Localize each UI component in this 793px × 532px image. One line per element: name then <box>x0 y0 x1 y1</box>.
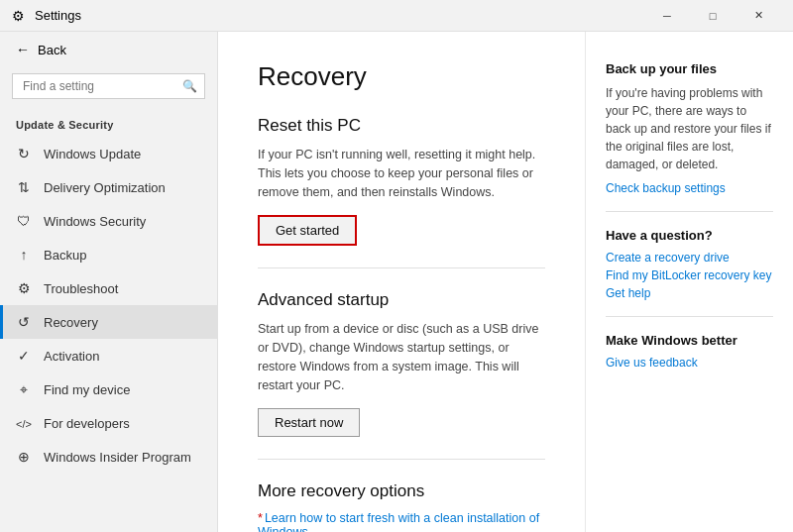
sidebar-back-label: Back <box>38 43 66 57</box>
divider-1 <box>258 267 545 268</box>
check-backup-settings-link[interactable]: Check backup settings <box>606 181 773 195</box>
sidebar: ← Back 🔍 Update & Security ↻ Windows Upd… <box>0 32 218 532</box>
sidebar-item-recovery[interactable]: ↺ Recovery <box>0 305 217 339</box>
main-content: Recovery Reset this PC If your PC isn't … <box>218 32 585 532</box>
sidebar-item-label: Find my device <box>44 382 130 397</box>
sidebar-item-label: Backup <box>44 248 86 263</box>
minimize-button[interactable]: ─ <box>644 0 690 32</box>
back-arrow-icon: ← <box>16 42 30 57</box>
sidebar-item-label: Windows Insider Program <box>44 450 191 465</box>
sidebar-item-label: Activation <box>44 349 99 364</box>
sidebar-section-label: Update & Security <box>0 111 217 137</box>
right-divider-2 <box>606 316 773 317</box>
windows-security-icon: 🛡 <box>16 213 32 229</box>
title-bar-controls: ─ □ ✕ <box>644 0 781 32</box>
sidebar-item-activation[interactable]: ✓ Activation <box>0 339 217 372</box>
right-panel: Back up your files If you're having prob… <box>585 32 793 532</box>
for-developers-icon: </> <box>16 418 32 430</box>
settings-icon: ⚙ <box>12 8 25 24</box>
search-icon: 🔍 <box>182 79 197 93</box>
find-my-device-icon: ⌖ <box>16 381 32 398</box>
page-title: Recovery <box>258 61 545 92</box>
sidebar-item-label: For developers <box>44 416 130 431</box>
sidebar-item-windows-insider[interactable]: ⊕ Windows Insider Program <box>0 440 217 474</box>
create-recovery-drive-link[interactable]: Create a recovery drive <box>606 251 773 265</box>
app-container: ← Back 🔍 Update & Security ↻ Windows Upd… <box>0 32 793 532</box>
learn-link[interactable]: Learn how to start fresh with a clean in… <box>258 511 539 532</box>
sidebar-search-container: 🔍 <box>12 73 205 99</box>
sidebar-item-troubleshoot[interactable]: ⚙ Troubleshoot <box>0 271 217 305</box>
get-help-link[interactable]: Get help <box>606 286 773 300</box>
sidebar-back-nav[interactable]: ← Back <box>0 32 217 67</box>
backup-title: Back up your files <box>606 61 773 76</box>
give-feedback-link[interactable]: Give us feedback <box>606 356 773 370</box>
more-section-title: More recovery options <box>258 481 545 501</box>
more-section-learn: *Learn how to start fresh with a clean i… <box>258 511 545 532</box>
find-bitlocker-key-link[interactable]: Find my BitLocker recovery key <box>606 268 773 282</box>
sidebar-item-label: Troubleshoot <box>44 281 118 296</box>
divider-2 <box>258 459 545 460</box>
backup-icon: ↑ <box>16 247 32 263</box>
maximize-button[interactable]: □ <box>690 0 736 32</box>
sidebar-item-windows-security[interactable]: 🛡 Windows Security <box>0 204 217 238</box>
delivery-optimization-icon: ⇅ <box>16 179 32 195</box>
sidebar-item-label: Windows Security <box>44 214 146 229</box>
sidebar-item-for-developers[interactable]: </> For developers <box>0 407 217 440</box>
backup-desc: If you're having problems with your PC, … <box>606 84 773 173</box>
title-bar-left: ⚙ Settings <box>12 8 644 24</box>
reset-section-title: Reset this PC <box>258 116 545 136</box>
recovery-icon: ↺ <box>16 314 32 330</box>
advanced-section-title: Advanced startup <box>258 290 545 310</box>
search-input[interactable] <box>12 73 205 99</box>
windows-insider-icon: ⊕ <box>16 449 32 465</box>
sidebar-item-backup[interactable]: ↑ Backup <box>0 238 217 271</box>
windows-update-icon: ↻ <box>16 146 32 161</box>
feedback-title: Make Windows better <box>606 333 773 348</box>
title-bar-title: Settings <box>35 8 81 23</box>
sidebar-item-delivery-optimization[interactable]: ⇅ Delivery Optimization <box>0 170 217 204</box>
sidebar-item-windows-update[interactable]: ↻ Windows Update <box>0 137 217 170</box>
right-divider-1 <box>606 211 773 212</box>
get-started-button[interactable]: Get started <box>258 215 357 246</box>
sidebar-item-label: Windows Update <box>44 147 141 161</box>
sidebar-item-find-my-device[interactable]: ⌖ Find my device <box>0 372 217 407</box>
reset-section-desc: If your PC isn't running well, resetting… <box>258 146 545 201</box>
activation-icon: ✓ <box>16 348 32 364</box>
troubleshoot-icon: ⚙ <box>16 280 32 296</box>
asterisk-icon: * <box>258 511 263 525</box>
close-button[interactable]: ✕ <box>736 0 781 32</box>
question-title: Have a question? <box>606 228 773 243</box>
sidebar-item-label: Delivery Optimization <box>44 180 166 195</box>
restart-now-button[interactable]: Restart now <box>258 408 360 437</box>
title-bar: ⚙ Settings ─ □ ✕ <box>0 0 793 32</box>
sidebar-item-label: Recovery <box>44 315 98 330</box>
advanced-section-desc: Start up from a device or disc (such as … <box>258 320 545 394</box>
